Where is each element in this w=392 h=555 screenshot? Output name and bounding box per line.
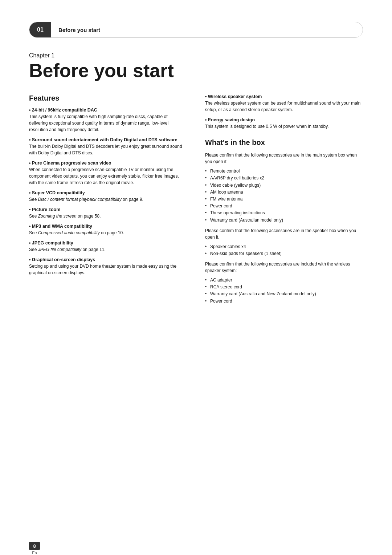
list-item: AC adapter — [205, 277, 363, 284]
features-heading: Features — [29, 94, 187, 102]
feature-item-energy: Energy saving design This system is desi… — [205, 117, 363, 130]
list-item: FM wire antenna — [205, 196, 363, 203]
main-content: Chapter 1 Before you start Features 24-b… — [0, 38, 392, 330]
feature-body-vcd: See Disc / content format playback compa… — [29, 196, 187, 203]
feature-body-jpeg: See JPEG file compatibility on page 11. — [29, 246, 187, 253]
list-item: AM loop antenna — [205, 189, 363, 196]
speaker-box-list: Speaker cables x4 Non-skid pads for spea… — [205, 243, 363, 257]
feature-body-dac: This system is fully compatible with hig… — [29, 113, 187, 133]
chapter-heading-section: Chapter 1 Before you start — [29, 52, 363, 81]
feature-body-osd: Setting up and using your DVD home theat… — [29, 263, 187, 276]
list-item: RCA stereo cord — [205, 284, 363, 291]
feature-title-wireless: Wireless speaker system — [205, 94, 363, 99]
list-item: AA/R6P dry cell batteries x2 — [205, 175, 363, 182]
feature-body-zoom: See Zooming the screen on page 58. — [29, 213, 187, 219]
list-item: Speaker cables x4 — [205, 243, 363, 250]
list-item: Power cord — [205, 203, 363, 210]
feature-item-wireless: Wireless speaker system The wireless spe… — [205, 94, 363, 113]
right-column: Wireless speaker system The wireless spe… — [205, 94, 363, 308]
feature-title-dac: 24-bit / 96kHz compatible DAC — [29, 108, 187, 113]
chapter-number: 01 — [29, 22, 51, 37]
feature-title-cinema: Pure Cinema progressive scan video — [29, 161, 187, 166]
feature-item-mp3: MP3 and WMA compatibility See Compressed… — [29, 224, 187, 236]
chapter-label: Chapter 1 — [29, 52, 363, 59]
feature-title-surround: Surround sound entertainment with Dolby … — [29, 137, 187, 142]
feature-item-jpeg: JPEG compatibility See JPEG file compati… — [29, 240, 187, 253]
feature-item-surround: Surround sound entertainment with Dolby … — [29, 137, 187, 156]
list-item: Warranty card (Australia and New Zealand… — [205, 291, 363, 297]
list-item: Power cord — [205, 298, 363, 305]
feature-body-wireless: The wireless speaker system can be used … — [205, 100, 363, 113]
feature-title-jpeg: JPEG compatibility — [29, 240, 187, 246]
main-box-intro: Please confirm that the following access… — [205, 152, 363, 165]
chapter-title: Before you start — [29, 60, 363, 81]
feature-body-surround: The built-in Dolby Digital and DTS decod… — [29, 143, 187, 156]
main-box-list: Remote control AA/R6P dry cell batteries… — [205, 168, 363, 224]
feature-title-mp3: MP3 and WMA compatibility — [29, 224, 187, 229]
feature-title-vcd: Super VCD compatibility — [29, 190, 187, 195]
list-item: Video cable (yellow plugs) — [205, 182, 363, 189]
feature-body-energy: This system is designed to use 0.5 W of … — [205, 123, 363, 130]
two-column-layout: Features 24-bit / 96kHz compatible DAC T… — [29, 94, 363, 308]
feature-item-zoom: Picture zoom See Zooming the screen on p… — [29, 207, 187, 219]
features-column: Features 24-bit / 96kHz compatible DAC T… — [29, 94, 187, 308]
footer: 8 En — [29, 542, 40, 555]
chapter-header-bar: 01 Before you start — [29, 22, 363, 38]
page: 01 Before you start Chapter 1 Before you… — [0, 22, 392, 555]
feature-item-vcd: Super VCD compatibility See Disc / conte… — [29, 190, 187, 203]
feature-body-mp3: See Compressed audio compatibility on pa… — [29, 230, 187, 236]
feature-item-osd: Graphical on-screen displays Setting up … — [29, 257, 187, 276]
list-item: These operating instructions — [205, 210, 363, 216]
header-chapter-title: Before you start — [51, 27, 107, 33]
language-label: En — [32, 551, 37, 555]
wireless-box-list: AC adapter RCA stereo cord Warranty card… — [205, 277, 363, 305]
page-number: 8 — [29, 542, 40, 550]
speaker-box-intro: Please confirm that the following access… — [205, 227, 363, 240]
list-item: Non-skid pads for speakers (1 sheet) — [205, 250, 363, 257]
list-item: Remote control — [205, 168, 363, 175]
feature-body-cinema: When connected to a progressive scan-com… — [29, 166, 187, 186]
whats-in-box-heading: What's in the box — [205, 138, 363, 147]
list-item: Warranty card (Australian model only) — [205, 217, 363, 224]
whats-in-box-section: What's in the box Please confirm that th… — [205, 138, 363, 305]
wireless-box-intro: Please confirm that the following access… — [205, 261, 363, 274]
feature-item-dac: 24-bit / 96kHz compatible DAC This syste… — [29, 108, 187, 133]
feature-item-cinema: Pure Cinema progressive scan video When … — [29, 161, 187, 186]
feature-title-osd: Graphical on-screen displays — [29, 257, 187, 262]
feature-title-zoom: Picture zoom — [29, 207, 187, 212]
feature-title-energy: Energy saving design — [205, 117, 363, 122]
